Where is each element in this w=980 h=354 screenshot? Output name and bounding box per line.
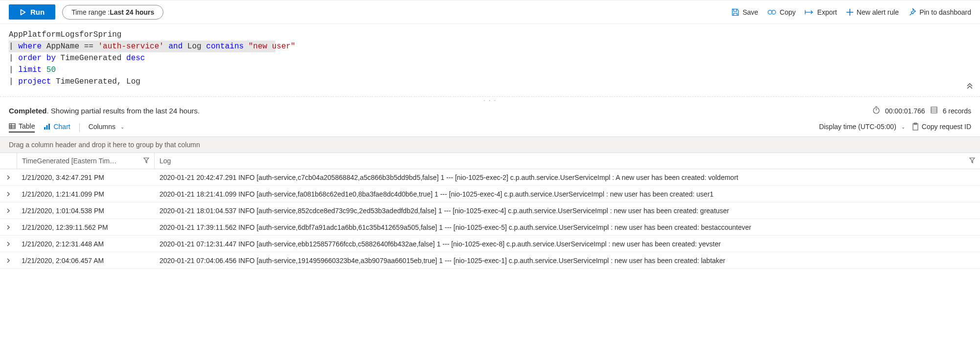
col-log-header[interactable]: Log xyxy=(155,153,980,169)
save-button[interactable]: Save xyxy=(731,8,758,17)
display-time-dropdown[interactable]: Display time (UTC-05:00) ⌄ xyxy=(819,123,905,132)
svg-rect-13 xyxy=(9,124,15,129)
cell-time: 1/21/2020, 2:04:06.457 AM xyxy=(17,254,155,267)
query-line-1: AppPlatformLogsforSpring xyxy=(9,29,971,41)
toolbar: Run Time range : Last 24 hours Save Copy… xyxy=(0,0,980,23)
cell-time: 1/21/2020, 3:42:47.291 PM xyxy=(17,171,155,184)
pin-label: Pin to dashboard xyxy=(919,8,971,16)
editor-resize-handle[interactable]: · · · xyxy=(0,96,980,101)
copy-request-id-label: Copy request ID xyxy=(922,123,971,131)
columns-label: Columns xyxy=(89,123,115,131)
svg-rect-19 xyxy=(48,124,50,130)
svg-marker-0 xyxy=(21,9,25,15)
filter-icon[interactable] xyxy=(969,157,975,165)
plus-icon xyxy=(846,8,854,16)
query-line-3: | order by TimeGenerated desc xyxy=(9,52,971,64)
copy-button[interactable]: Copy xyxy=(767,8,796,16)
expand-row-icon[interactable] xyxy=(0,223,17,231)
copy-label: Copy xyxy=(780,8,796,16)
display-time-label: Display time (UTC-05:00) xyxy=(819,123,896,131)
chevron-down-icon: ⌄ xyxy=(120,124,124,130)
table-icon xyxy=(9,123,16,130)
export-button[interactable]: Export xyxy=(804,8,837,16)
run-label: Run xyxy=(30,8,45,16)
pin-icon xyxy=(908,8,916,17)
status-right: 00:00:01.766 6 records xyxy=(872,106,971,115)
cell-log: 2020-01-21 17:39:11.562 INFO [auth-servi… xyxy=(155,221,980,234)
filter-icon[interactable] xyxy=(143,157,149,165)
col-time-header[interactable]: TimeGenerated [Eastern Tim… xyxy=(17,153,155,169)
cell-time: 1/21/2020, 1:21:41.099 PM xyxy=(17,187,155,201)
pin-button[interactable]: Pin to dashboard xyxy=(908,8,971,17)
col-log-label: Log xyxy=(160,157,171,165)
records-count: 6 records xyxy=(943,107,971,115)
query-line-2: | where AppName == 'auth-service' and Lo… xyxy=(9,41,971,52)
col-time-label: TimeGenerated [Eastern Tim… xyxy=(22,157,116,165)
table-row[interactable]: 1/21/2020, 12:39:11.562 PM2020-01-21 17:… xyxy=(0,219,980,236)
columns-dropdown[interactable]: Columns ⌄ xyxy=(89,123,124,132)
new-alert-label: New alert rule xyxy=(857,8,899,16)
cell-log: 2020-01-21 07:12:31.447 INFO [auth-servi… xyxy=(155,237,980,251)
tab-chart[interactable]: Chart xyxy=(44,123,70,132)
table-row[interactable]: 1/21/2020, 1:01:04.538 PM2020-01-21 18:0… xyxy=(0,202,980,219)
svg-rect-18 xyxy=(46,125,48,130)
chart-icon xyxy=(44,123,50,130)
cell-log: 2020-01-21 18:21:41.099 INFO [auth-servi… xyxy=(155,187,980,201)
copy-request-id-button[interactable]: Copy request ID xyxy=(912,123,971,132)
svg-marker-22 xyxy=(144,158,149,163)
expand-row-icon[interactable] xyxy=(0,240,17,248)
status-bar: Completed. Showing partial results from … xyxy=(0,101,980,120)
grid-body: 1/21/2020, 3:42:47.291 PM2020-01-21 20:4… xyxy=(0,169,980,269)
stopwatch-icon xyxy=(872,106,880,115)
svg-marker-23 xyxy=(970,158,975,163)
cell-time: 1/21/2020, 2:12:31.448 AM xyxy=(17,237,155,251)
export-icon xyxy=(804,8,814,16)
tab-table[interactable]: Table xyxy=(9,122,35,133)
tab-table-label: Table xyxy=(19,122,35,130)
query-editor[interactable]: AppPlatformLogsforSpring | where AppName… xyxy=(0,23,980,96)
results-tab-bar: Table Chart Columns ⌄ Display time (UTC-… xyxy=(0,120,980,136)
cell-log: 2020-01-21 20:42:47.291 INFO [auth-servi… xyxy=(155,171,980,184)
col-expand-header xyxy=(0,153,17,169)
query-line-4: | limit 50 xyxy=(9,64,971,76)
status-text: Completed. Showing partial results from … xyxy=(9,107,200,115)
group-by-drop-zone[interactable]: Drag a column header and drop it here to… xyxy=(0,136,980,153)
query-line-5: | project TimeGenerated, Log xyxy=(9,76,971,88)
expand-row-icon[interactable] xyxy=(0,174,17,181)
play-icon xyxy=(20,9,26,16)
results-right: Display time (UTC-05:00) ⌄ Copy request … xyxy=(819,123,971,132)
svg-rect-17 xyxy=(44,127,46,130)
grid-header: TimeGenerated [Eastern Tim… Log xyxy=(0,153,980,169)
tab-divider xyxy=(79,123,80,132)
expand-row-icon[interactable] xyxy=(0,257,17,265)
time-range-picker[interactable]: Time range : Last 24 hours xyxy=(62,5,163,20)
table-row[interactable]: 1/21/2020, 3:42:47.291 PM2020-01-21 20:4… xyxy=(0,169,980,186)
clipboard-icon xyxy=(912,123,919,131)
table-row[interactable]: 1/21/2020, 2:12:31.448 AM2020-01-21 07:1… xyxy=(0,236,980,252)
time-range-value: Last 24 hours xyxy=(110,8,154,16)
save-icon xyxy=(731,8,740,17)
expand-row-icon[interactable] xyxy=(0,207,17,215)
time-range-prefix: Time range : xyxy=(71,8,110,16)
cell-log: 2020-01-21 18:01:04.537 INFO [auth-servi… xyxy=(155,204,980,218)
elapsed-time: 00:00:01.766 xyxy=(885,107,925,115)
table-row[interactable]: 1/21/2020, 2:04:06.457 AM2020-01-21 07:0… xyxy=(0,252,980,269)
tab-chart-label: Chart xyxy=(53,123,70,131)
table-row[interactable]: 1/21/2020, 1:21:41.099 PM2020-01-21 18:2… xyxy=(0,186,980,202)
toolbar-actions: Save Copy Export New alert rule Pin to d… xyxy=(731,8,971,17)
chevron-down-icon: ⌄ xyxy=(901,124,905,130)
cell-time: 1/21/2020, 12:39:11.562 PM xyxy=(17,221,155,234)
cell-log: 2020-01-21 07:04:06.456 INFO [auth-servi… xyxy=(155,254,980,267)
cell-time: 1/21/2020, 1:01:04.538 PM xyxy=(17,204,155,218)
copy-icon xyxy=(767,8,777,16)
export-label: Export xyxy=(817,8,837,16)
svg-rect-10 xyxy=(931,107,937,113)
records-icon xyxy=(930,106,938,115)
expand-row-icon[interactable] xyxy=(0,190,17,198)
save-label: Save xyxy=(743,8,758,16)
new-alert-button[interactable]: New alert rule xyxy=(846,8,899,16)
run-button[interactable]: Run xyxy=(9,4,55,20)
